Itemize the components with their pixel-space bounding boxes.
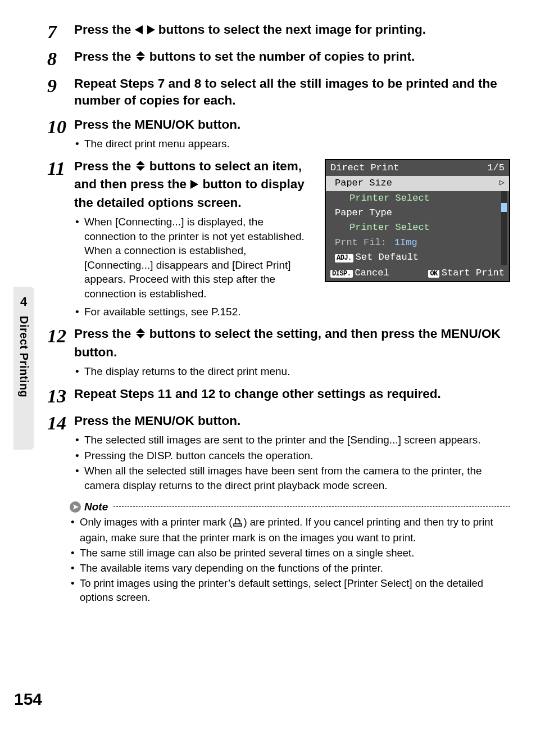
step-sub-item: When [Connecting...] is displayed, the c…	[74, 215, 317, 301]
page-number: 154	[13, 690, 43, 709]
note-block: ➤ Note Only images with a printer mark (…	[70, 501, 510, 605]
svg-rect-9	[234, 524, 242, 526]
chapter-number: 4	[20, 295, 27, 309]
svg-marker-0	[135, 25, 143, 34]
step-11: 11 Press the buttons to select an item, …	[47, 158, 510, 319]
step-13: 13 Repeat Steps 11 and 12 to change othe…	[47, 386, 510, 406]
menu-item-paper-size: Paper Size	[335, 178, 392, 189]
menu-item-paper-type: Paper Type	[326, 206, 509, 220]
direct-print-menu-figure: Direct Print 1/5 Paper Size ▷ Printer Se…	[325, 159, 510, 282]
step-number: 13	[47, 386, 74, 406]
step-text: Press the buttons to select the next ima…	[74, 21, 510, 39]
menu-value-paper-type: Printer Select	[326, 220, 509, 235]
up-down-arrows-icon	[135, 159, 146, 176]
svg-marker-3	[136, 57, 145, 61]
step-number: 14	[47, 413, 74, 433]
menu-cancel: Cancel	[355, 268, 389, 278]
step-text: Press the buttons to set the number of c…	[74, 48, 510, 66]
note-heading: Note	[84, 501, 108, 513]
right-triangle-icon: ▷	[499, 178, 505, 188]
up-down-arrows-icon	[135, 49, 146, 66]
step-text: Press the MENU/OK button.	[74, 116, 510, 133]
step-text: Press the buttons to select the setting,…	[74, 325, 510, 361]
menu-value-paper-size: Printer Select	[326, 191, 509, 206]
step-14: 14 Press the MENU/OK button. The selecte…	[47, 413, 510, 493]
step-12: 12 Press the buttons to select the setti…	[47, 325, 510, 378]
step-sub-item: Pressing the DISP. button cancels the op…	[74, 449, 510, 463]
step-9: 9 Repeat Steps 7 and 8 to select all the…	[47, 75, 510, 110]
note-arrow-icon: ➤	[70, 501, 81, 513]
note-item: The same still image can also be printed…	[70, 546, 510, 560]
svg-marker-4	[136, 161, 145, 165]
note-item: Only images with a printer mark () are p…	[70, 515, 510, 545]
up-down-arrows-icon	[135, 327, 146, 343]
printer-mark-icon	[232, 516, 243, 531]
right-arrow-icon	[190, 177, 199, 194]
step-number: 12	[47, 325, 74, 346]
step-number: 7	[47, 21, 74, 42]
note-divider	[113, 506, 510, 507]
note-item: The available items vary depending on th…	[70, 562, 510, 576]
left-right-arrows-icon	[135, 22, 155, 39]
step-sub-item: For available settings, see P.152.	[74, 305, 510, 319]
step-text: Repeat Steps 7 and 8 to select all the s…	[74, 75, 510, 110]
step-text: Repeat Steps 11 and 12 to change other s…	[74, 386, 510, 402]
menu-start-print: Start Print	[442, 268, 505, 278]
step-number: 8	[47, 48, 74, 69]
step-text: Press the buttons to select an item, and…	[74, 158, 317, 211]
svg-marker-1	[147, 25, 155, 34]
note-item: To print images using the printer’s defa…	[70, 577, 510, 605]
menu-set-default: Set Default	[356, 252, 419, 262]
step-sub-item: The selected still images are sent to th…	[74, 433, 510, 447]
step-number: 11	[47, 158, 74, 178]
step-sub-item: The direct print menu appears.	[74, 137, 510, 151]
step-number: 10	[47, 116, 74, 137]
step-7: 7 Press the buttons to select the next i…	[47, 21, 510, 42]
svg-marker-6	[190, 180, 198, 189]
step-sub-item: The display returns to the direct print …	[74, 364, 510, 379]
step-text: Press the MENU/OK button.	[74, 413, 510, 429]
menu-value-prnt-fil: 1Img	[394, 237, 417, 248]
side-chapter-tab: 4 Direct Printing	[13, 287, 34, 450]
step-number: 9	[47, 75, 74, 96]
disp-badge: DISP.	[330, 270, 353, 278]
svg-marker-2	[136, 51, 145, 56]
chapter-label: Direct Printing	[17, 316, 30, 397]
menu-page-indicator: 1/5	[487, 162, 505, 174]
step-sub-item: When all the selected still images have …	[74, 464, 510, 492]
step-10: 10 Press the MENU/OK button. The direct …	[47, 116, 510, 151]
ok-badge: OK	[428, 270, 439, 278]
menu-item-prnt-fil: Prnt Fil:	[335, 237, 387, 248]
menu-title: Direct Print	[330, 162, 399, 174]
adj-badge: ADJ.	[335, 254, 353, 262]
svg-marker-5	[136, 166, 145, 171]
step-8: 8 Press the buttons to set the number of…	[47, 48, 510, 69]
svg-marker-8	[136, 334, 145, 338]
svg-marker-7	[136, 328, 145, 333]
